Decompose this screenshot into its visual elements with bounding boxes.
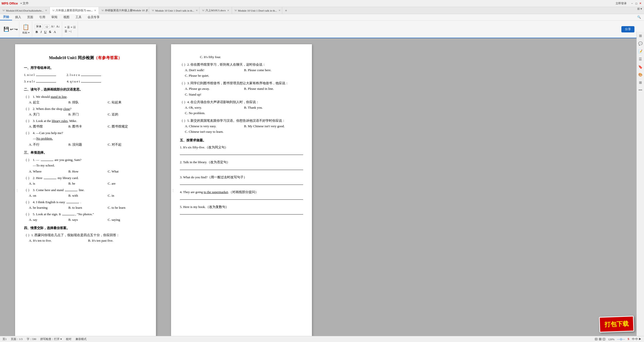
q5-4-text: 4. They are going to the supermarket.（对画… [180,189,303,195]
q4-5: （ ）5. 新交的英国笔友跟你学习汉语。你想告诉他汉语不好学时你应说： A. C… [180,118,303,135]
tab-close-2[interactable]: ✕ [94,9,96,12]
tab-4[interactable]: W Module 10 Unit 1 Don't talk in th... ✕ [149,7,199,14]
q4-4: （ ）4. 在公共场合你大声讲话影响到别人时，你应说： A. Oh, sorry… [180,99,303,116]
drag-handle-1[interactable]: ⋮⋮ [13,188,19,193]
indent-btn[interactable]: →| [68,30,71,33]
align-center-btn[interactable]: ☰ [67,26,70,29]
q2-1-text: 1. We should stand in line. [33,94,67,100]
q3-5-paren: （ ） [24,211,31,217]
drag-handle-2[interactable]: ⋮⋮ [169,188,175,193]
tab-6[interactable]: W Module 10 Unit 1 Don't talk in th... ✕ [232,7,282,14]
q4-2-a: A. Don't walk! [185,67,244,73]
grow-icon[interactable]: A↑ [51,25,55,28]
new-tab-button[interactable]: ＋ [282,7,290,14]
q2-1-paren: （ ） [24,94,31,100]
sidebar-zoom-icon[interactable]: ⊞ [639,34,642,38]
status-zoom: 120% [608,338,615,341]
q4-4-a: A. Oh, sorry. [185,105,244,110]
status-view-icons[interactable]: ⊟ ⊞ ⊡ [595,337,606,341]
tab-2[interactable]: W 六年级上册英语同步练习-mo... ✕ [50,7,99,14]
q3-2-a: A. is [29,181,68,186]
sidebar-comment-icon[interactable]: 💬 [638,41,642,46]
tab-3[interactable]: W 外研版英语六年级上册Module 10 ぎ... ✕ [99,7,149,14]
search-btn[interactable]: 🔍 [634,14,644,20]
menu-page[interactable]: 页面 [24,14,36,20]
section3-header: 三、单项选择。 [24,150,147,155]
color-btn[interactable]: A [53,30,57,34]
q5-2-text: 2. Talk in the library.（改为否定句） [180,159,303,165]
q4-2: （ ）2. 你在图书馆里学习，听到有人在聊天，这时你会说： A. Don't w… [180,62,303,78]
menu-view[interactable]: 视图 [60,14,72,20]
zoom-slider[interactable]: —◎— [617,337,625,341]
q3-4-c: C. to be learn [108,205,147,210]
q2-3: （ ） 3. Look at the library rules, Mike. … [24,118,147,129]
q4-1-a: A. It's ten to five. [29,238,88,243]
download-badge[interactable]: 打包下载 [599,316,634,333]
align-right-btn[interactable]: ≡ [71,26,72,29]
q4-1-b: B. It's ten past five. [88,238,147,243]
document-page-1: ⋮⋮ Module10 Unit1 同步检测（有参考答案） 一、用字母组单词。 … [15,44,156,336]
tab-label-3: 外研版英语六年级上册Module 10 ぎ... [105,9,149,12]
font-size[interactable]: 12 [44,25,50,29]
q5-3-block: 3. What do you find?（用一般过去时改写句子） [180,175,303,185]
q2-1-c: C. 站起来 [108,100,147,105]
strikethrough-btn[interactable]: S̶ [48,30,52,34]
menu-member[interactable]: 会员专享 [85,14,103,20]
sidebar-nav-icon[interactable]: ☰ [639,57,642,61]
menu-insert[interactable]: 插入 [12,14,24,20]
sidebar-bookmark-icon[interactable]: 🔖 [638,65,642,69]
bold-btn[interactable]: B [35,30,39,34]
tab-icon-4: W [152,9,154,12]
q2-4: （ ） 4. —Can you help me? —No problem. A.… [24,130,147,147]
q3-3: （ ） 3. Come here and stand line. A. on B… [24,187,147,198]
tab-close-4[interactable]: ✕ [196,9,198,12]
min-btn[interactable]: － [631,2,633,5]
user-login[interactable]: 立即登录 [616,2,627,5]
status-lang: 中·中·▶ [632,337,642,341]
menu-ref[interactable]: 引用 [36,14,48,20]
status-page: 页1 [3,337,7,341]
ribbon-share-btn[interactable]: 分享 [621,26,634,32]
tab-label-6: Module 10 Unit 1 Don't talk in th... [238,9,277,12]
q4-2-c: C. Please be quiet. [185,74,209,77]
status-bar: 页1 页面：1/3 字：590 拼写检查：打开 ▾ 校对 兼容模式 ⊟ ⊞ ⊡ … [0,336,644,342]
menu-start[interactable]: 开始 [0,14,12,20]
q4-5-text: （ ）5. 新交的英国笔友跟你学习汉语。你想告诉他汉语不好学时你应说： [180,118,303,123]
redo-icon[interactable]: ↪ [14,27,18,32]
tab-close-5[interactable]: ✕ [227,9,229,12]
tab-1[interactable]: W Module10Unit1Don'ttalkinthebr... ✕ [0,7,50,14]
q2-2-text: 2. When does the shop close? [33,106,71,112]
tab-close-1[interactable]: ✕ [45,9,47,12]
paste-label: 粘贴 ▾ [22,31,29,34]
save-icon[interactable]: 💾 [4,26,9,32]
q3-2-paren: （ ） [24,175,31,181]
status-spell[interactable]: 拼写检查：打开 ▾ [40,337,62,341]
sidebar-field-icon[interactable]: ⊞ [639,80,642,85]
paste-icon[interactable]: 📋 [22,24,29,30]
file-menu-item[interactable]: ≡ 文件 [20,1,29,6]
q5-5-block: 5. Here is my book.（改为复数句） [180,204,303,215]
underline-btn[interactable]: U [44,30,47,34]
word2: 2. l s e c o [67,72,102,78]
word1: 1. n i e l [24,72,57,78]
list-btn[interactable]: ☰ [65,30,67,33]
close-btn[interactable]: ✕ [639,2,641,5]
max-btn[interactable]: □ [635,2,637,5]
q2-3-text: 3. Look at the library rules, Mike. [33,118,77,124]
menu-review[interactable]: 审阅 [48,14,60,20]
sidebar-more-icon[interactable]: ••• [638,88,642,92]
sidebar-track-icon[interactable]: 📝 [638,49,642,54]
tab-close-6[interactable]: ✕ [278,9,280,12]
shrink-icon[interactable]: A↓ [56,25,60,28]
undo-icon[interactable]: ↩ [10,27,13,32]
tab-label-1: Module10Unit1Don'ttalkinthebr... [6,9,44,12]
q2-3-a: A. 图书馆 [29,124,68,129]
sidebar-style-icon[interactable]: 🎨 [638,73,642,77]
italic-btn[interactable]: I [40,30,42,34]
menu-tools[interactable]: 工具 [72,14,85,20]
align-justify-btn[interactable]: ☷ [73,26,76,29]
align-left-btn[interactable]: ≡ [65,26,66,29]
q3-5-text: 5. Look at the sign. It , "No photos." [33,211,94,217]
font-name[interactable]: 宋体 [35,24,43,29]
tab-5[interactable]: W 六上M10U1.docx ✕ [199,7,232,14]
